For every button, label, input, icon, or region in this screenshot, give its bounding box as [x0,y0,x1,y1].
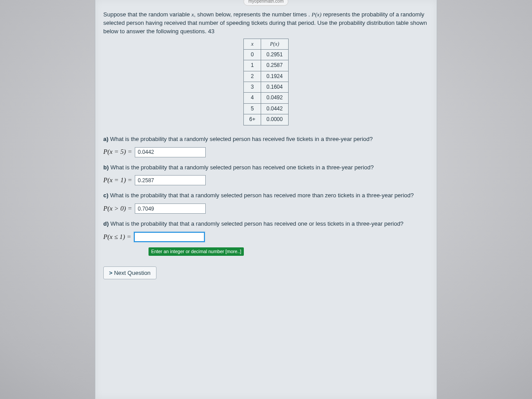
answer-d-hint: Enter an integer or decimal number [more… [149,247,244,256]
table-row: 30.1604 [244,82,288,93]
question-b-text: What is the probability that a randomly … [110,164,374,171]
question-c: c) What is the probability that that a r… [103,192,429,200]
address-bar: myopenmath.com [243,0,288,6]
question-a: a) What is the probability that a random… [103,135,429,144]
question-b: b) What is the probability that a random… [103,164,429,172]
question-b-label: b) [103,164,109,171]
answer-a-input[interactable] [135,147,206,157]
intro-text: Suppose that the random variable x, show… [103,11,429,36]
answer-line-d: P(x ≤ 1) = [103,232,429,242]
answer-b-input[interactable] [135,175,206,185]
answer-b-expression: P(x = 1) = [103,176,132,185]
intro-px: P(x) [312,11,321,18]
intro-part2: , shown below, represents the number tim… [194,11,312,18]
answer-line-b: P(x = 1) = [103,175,429,185]
question-d-text: What is the probability that that a rand… [110,220,403,227]
answer-d-input[interactable] [134,232,205,242]
table-head-x: x [244,39,261,49]
question-c-label: c) [103,192,109,199]
answer-a-expression: P(x = 5) = [103,147,132,157]
intro-part1: Suppose that the random variable [103,11,192,18]
answer-line-c: P(x > 0) = [103,203,429,214]
table-row: 6+0.0000 [244,114,288,125]
question-c-text: What is the probability that that a rand… [110,192,414,199]
table-row: 40.0492 [244,93,288,103]
table-row: 00.2951 [244,49,288,60]
question-panel: myopenmath.com Suppose that the random v… [95,0,437,399]
question-d: d) What is the probability that that a r… [103,220,429,228]
table-row: 20.1924 [244,71,288,82]
question-d-label: d) [103,220,109,227]
table-head-px: P(x) [261,39,288,49]
table-row: 50.0442 [244,103,288,114]
answer-line-a: P(x = 5) = [103,147,429,157]
question-a-label: a) [103,136,109,142]
answer-d-expression: P(x ≤ 1) = [103,232,131,242]
answer-c-input[interactable] [135,203,206,214]
photo-frame: myopenmath.com Suppose that the random v… [0,0,532,399]
table-row: 10.2587 [244,60,288,71]
question-a-text: What is the probability that a randomly … [110,136,373,142]
next-question-button[interactable]: Next Question [103,266,156,279]
answer-c-expression: P(x > 0) = [103,204,132,214]
probability-table: x P(x) 00.2951 10.2587 20.1924 30.1604 4… [243,39,288,125]
